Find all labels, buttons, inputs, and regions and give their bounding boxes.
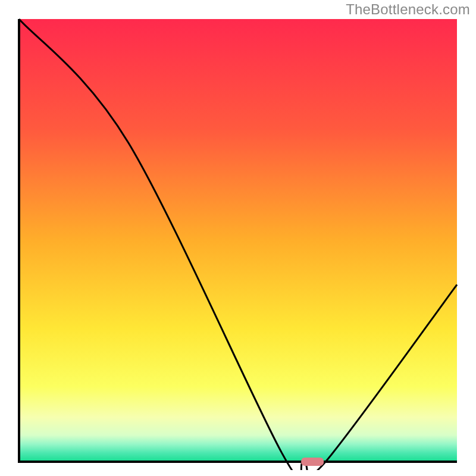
chart-container: TheBottleneck.com — [0, 0, 476, 476]
plot-background — [19, 19, 457, 462]
watermark-text: TheBottleneck.com — [346, 1, 470, 18]
optimal-marker — [301, 458, 324, 466]
bottleneck-chart — [12, 18, 464, 470]
